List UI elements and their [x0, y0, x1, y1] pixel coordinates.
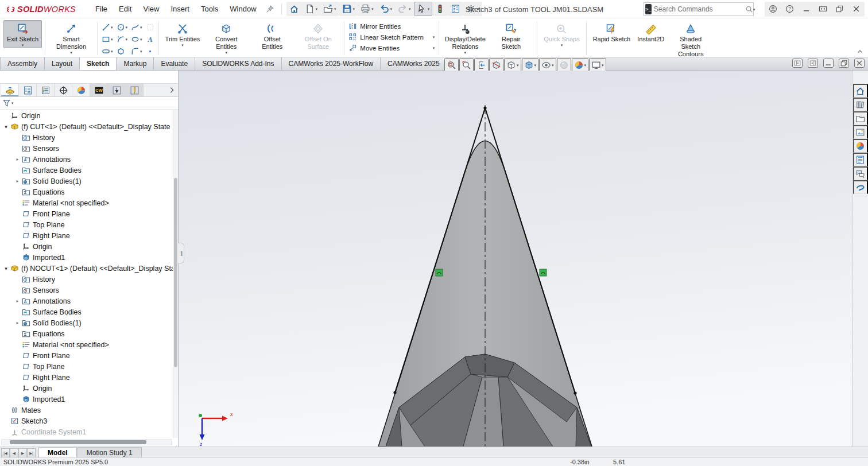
- sketch-point-button[interactable]: [145, 45, 156, 57]
- tab-layout[interactable]: Layout: [45, 57, 80, 70]
- offset-on-surface-button[interactable]: Offset On Surface: [295, 20, 341, 52]
- dropdown-icon[interactable]: ▾: [552, 63, 554, 67]
- smart-dimension-button[interactable]: Smart Dimension▾: [48, 20, 94, 56]
- exit-sketch-button[interactable]: Exit Sketch▾: [3, 20, 42, 48]
- command-search[interactable]: >_ ▾: [644, 2, 754, 16]
- sketch-circle-button[interactable]: ▾: [115, 21, 129, 33]
- tree-item-equations[interactable]: ΣEquations: [0, 187, 173, 197]
- expand-right-icon[interactable]: ▸: [13, 157, 22, 162]
- dropdown-icon[interactable]: ▾: [181, 43, 184, 47]
- panel-tab-feature-manager[interactable]: [1, 84, 19, 96]
- dropdown-icon[interactable]: ▾: [334, 7, 336, 11]
- tree-item-f-cut-1-default-default-display-state-1[interactable]: ▾(f) CUT<1> (Default) <<Default>_Display…: [0, 121, 173, 132]
- tree-item-f-nocut-1-default-default-display-stat[interactable]: ▾(f) NOCUT<1> (Default) <<Default>_Displ…: [0, 263, 173, 274]
- tree-item-annotations[interactable]: ▸AAnnotations: [0, 296, 173, 306]
- rebuild-button[interactable]: [432, 2, 448, 16]
- search-input[interactable]: [652, 5, 745, 13]
- sketch-ellipse-button[interactable]: ▾: [130, 33, 144, 45]
- offset-entities-button[interactable]: Offset Entities: [249, 20, 295, 52]
- file-properties-button[interactable]: [448, 2, 463, 16]
- tab-scroll-first-button[interactable]: |◀: [1, 448, 10, 457]
- taskpane-custom-properties-button[interactable]: [853, 153, 868, 166]
- dropdown-icon[interactable]: ▾: [584, 63, 587, 67]
- panel-tab-display-manager[interactable]: [72, 84, 90, 96]
- new-doc-button[interactable]: ▾: [302, 2, 321, 16]
- repair-sketch-button[interactable]: Repair Sketch: [488, 20, 534, 52]
- dropdown-icon[interactable]: ▾: [111, 25, 113, 29]
- dropdown-icon[interactable]: ▾: [316, 7, 318, 11]
- open-button[interactable]: ▾: [320, 2, 339, 16]
- tab-markup[interactable]: Markup: [117, 57, 154, 70]
- tree-item-solid-bodies-1[interactable]: ▸Solid Bodies(1): [0, 176, 173, 187]
- trim-entities-button[interactable]: Trim Entities▾: [162, 20, 204, 48]
- expand-right-icon[interactable]: ▸: [13, 298, 22, 304]
- print-button[interactable]: ▾: [358, 2, 377, 16]
- tree-horizontal-scrollbar[interactable]: [1, 439, 172, 445]
- tree-item-imported1[interactable]: Imported1: [0, 252, 173, 263]
- tree-item-right-plane[interactable]: Right Plane: [0, 230, 173, 241]
- panel-expand-icon[interactable]: [165, 84, 178, 96]
- dropdown-icon[interactable]: ▾: [428, 7, 430, 11]
- tree-item-history[interactable]: History: [0, 274, 173, 285]
- graphics-viewport[interactable]: x z: [179, 71, 852, 446]
- taskpane-file-explorer-button[interactable]: [853, 111, 868, 125]
- dropdown-icon[interactable]: ▾: [534, 63, 537, 67]
- dropdown-icon[interactable]: ▾: [111, 49, 113, 53]
- tab-camworks-2025-workflow[interactable]: CAMWorks 2025-WorkFlow: [282, 57, 381, 70]
- user-button[interactable]: [765, 2, 781, 17]
- rapid-sketch-button[interactable]: Rapid Sketch: [590, 20, 634, 44]
- dropdown-icon[interactable]: ▾: [70, 51, 72, 55]
- tree-item-origin[interactable]: Origin: [0, 383, 173, 394]
- tangent-relation-marker[interactable]: [436, 269, 443, 276]
- expand-down-icon[interactable]: ▾: [2, 124, 10, 130]
- filter-icon[interactable]: [2, 99, 11, 107]
- tree-item-solid-bodies-1[interactable]: ▸Solid Bodies(1): [0, 317, 173, 328]
- home-button[interactable]: [286, 2, 302, 16]
- undo-button[interactable]: ▾: [377, 2, 396, 16]
- dropdown-icon[interactable]: ▾: [602, 63, 604, 67]
- ribbon-collapse-icon[interactable]: [855, 48, 865, 55]
- search-dropdown-icon[interactable]: ▾: [753, 7, 755, 11]
- dropdown-icon[interactable]: ▾: [126, 25, 128, 29]
- sketch-ghost-button[interactable]: [145, 21, 156, 33]
- dropdown-icon[interactable]: ▾: [353, 7, 355, 11]
- taskpane-resources-home-button[interactable]: [853, 84, 868, 98]
- help-button[interactable]: ?: [781, 2, 798, 17]
- sketch-line-button[interactable]: ▾: [100, 21, 114, 33]
- menu-edit[interactable]: Edit: [113, 2, 137, 15]
- tab-sketch[interactable]: Sketch: [80, 57, 117, 70]
- sketch-arc-button[interactable]: ▾: [115, 33, 129, 45]
- tree-item-material-not-specified[interactable]: Material <not specified>: [0, 339, 173, 350]
- dropdown-icon[interactable]: ▾: [409, 7, 411, 11]
- tab-solidworks-add-ins[interactable]: SOLIDWORKS Add-Ins: [195, 57, 281, 70]
- sketch-slot-button[interactable]: ▾: [100, 45, 114, 57]
- restore-button[interactable]: [831, 2, 848, 17]
- shaded-sketch-contours-button[interactable]: Shaded Sketch Contours: [668, 20, 714, 59]
- taskpane-design-library-button[interactable]: [853, 98, 868, 111]
- taskpane-forum-button[interactable]: [853, 166, 868, 180]
- doc-close-button[interactable]: [854, 59, 865, 68]
- dropdown-icon[interactable]: ▾: [517, 63, 519, 67]
- tab-scroll-last-button[interactable]: ▶|: [27, 448, 36, 457]
- tab-scroll-next-button[interactable]: ▶: [18, 448, 27, 457]
- dropdown-icon[interactable]: ▾: [22, 43, 24, 47]
- panel-tab-camworks-tools[interactable]: [126, 84, 144, 96]
- menu-insert[interactable]: Insert: [165, 2, 195, 15]
- display-delete-relations-button[interactable]: Display/Delete Relations▾: [442, 20, 488, 56]
- menu-window[interactable]: Window: [224, 2, 262, 15]
- tree-item-coordinate-system1[interactable]: Coordinate System1: [0, 426, 173, 437]
- doc-pane-right-button[interactable]: [808, 59, 818, 68]
- tree-vertical-scrollbar[interactable]: [173, 110, 178, 438]
- sketch-fillet-button[interactable]: ▾: [130, 45, 144, 57]
- panel-tab-camworks-operation[interactable]: [108, 84, 126, 96]
- sketch-text-button[interactable]: A: [145, 33, 156, 45]
- quick-snaps-button[interactable]: Quick Snaps▾: [540, 20, 583, 48]
- dropdown-icon[interactable]: ▾: [464, 51, 467, 55]
- save-button[interactable]: ▾: [339, 2, 358, 16]
- dropdown-icon[interactable]: ▾: [140, 49, 142, 53]
- dropdown-icon[interactable]: ▾: [371, 7, 374, 11]
- tab-camworks-2025[interactable]: CAMWorks 2025: [381, 57, 447, 70]
- search-icon[interactable]: [745, 5, 753, 13]
- dropdown-icon[interactable]: ▾: [226, 51, 228, 55]
- panel-tab-dimxpert[interactable]: [55, 84, 72, 96]
